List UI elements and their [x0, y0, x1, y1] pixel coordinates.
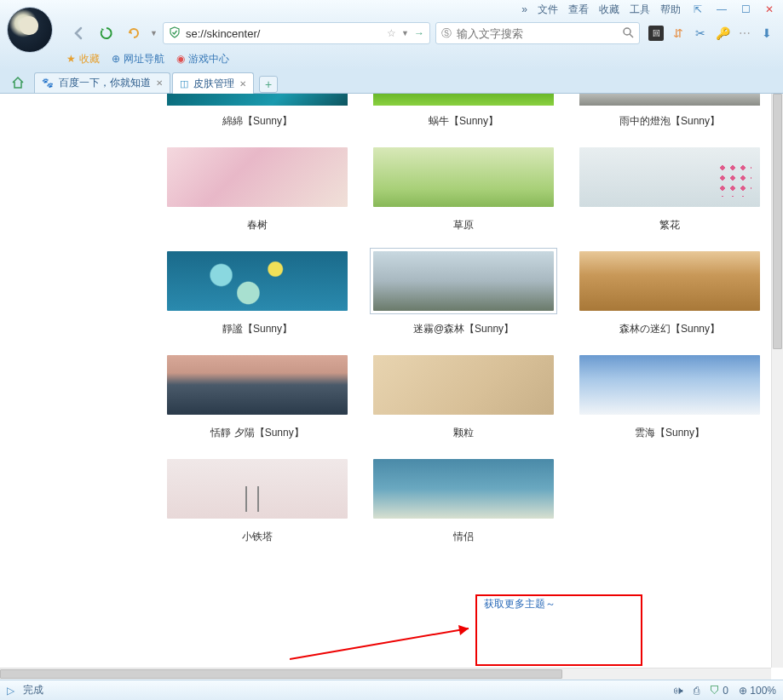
- tab-skin-manager[interactable]: ◫ 皮肤管理 ✕: [172, 72, 254, 94]
- theme-card[interactable]: 小铁塔: [167, 459, 348, 558]
- go-button[interactable]: →: [414, 27, 424, 39]
- address-dropdown-icon[interactable]: ▼: [401, 29, 409, 37]
- theme-thumbnail: [167, 355, 348, 415]
- tab-favicon-skin: ◫: [180, 78, 188, 89]
- theme-label: 綿綿【Sunny】: [167, 106, 348, 142]
- bookmark-game[interactable]: ◉ 游戏中心: [176, 52, 229, 66]
- undo-dropdown-icon[interactable]: ▼: [150, 29, 158, 37]
- vertical-scrollbar[interactable]: [771, 94, 783, 668]
- bookmark-nav[interactable]: ⊕ 网址导航: [112, 52, 164, 66]
- tab-baidu[interactable]: 🐾 百度一下，你就知道 ✕: [34, 72, 170, 93]
- annotation-highlight-box: [475, 594, 642, 666]
- scissors-icon[interactable]: ✂: [693, 26, 708, 41]
- theme-thumbnail: [167, 459, 348, 519]
- home-button[interactable]: [7, 72, 29, 93]
- theme-card[interactable]: 繁花: [579, 147, 760, 246]
- menu-view[interactable]: 查看: [568, 3, 589, 17]
- sound-icon[interactable]: 🕪: [673, 685, 683, 697]
- bookmark-favorites[interactable]: ★ 收藏: [66, 52, 100, 66]
- theme-card[interactable]: 恬靜 夕陽【Sunny】: [167, 355, 348, 454]
- close-button[interactable]: ✕: [763, 3, 776, 16]
- user-avatar[interactable]: [7, 7, 53, 53]
- address-bar[interactable]: ☆ ▼ →: [163, 22, 430, 44]
- theme-label: 小铁塔: [167, 521, 348, 558]
- back-button[interactable]: [68, 22, 90, 44]
- refresh-button[interactable]: [95, 22, 118, 44]
- tab-close-icon[interactable]: ✕: [239, 79, 246, 89]
- theme-label: 繁花: [579, 209, 760, 246]
- theme-label: 雨中的燈泡【Sunny】: [579, 106, 760, 142]
- block-count: 0: [723, 685, 728, 697]
- theme-label: 蜗牛【Sunny】: [373, 106, 554, 142]
- navigation-toolbar: ▼ ☆ ▼ → Ⓢ 回 ⇵ ✂ 🔑 ⋯ ⬇: [0, 19, 783, 48]
- page-content: 綿綿【Sunny】 蜗牛【Sunny】 雨中的燈泡【Sunny】 春树 草原 繁…: [0, 94, 783, 680]
- tab-bar: 🐾 百度一下，你就知道 ✕ ◫ 皮肤管理 ✕ +: [0, 70, 783, 94]
- theme-thumbnail: [579, 94, 760, 106]
- download-icon[interactable]: ⬇: [759, 26, 774, 41]
- menu-tools[interactable]: 工具: [630, 3, 650, 17]
- theme-thumbnail: [167, 251, 348, 311]
- theme-thumbnail: [373, 94, 554, 106]
- theme-thumbnail: [579, 147, 760, 207]
- theme-label: 恬靜 夕陽【Sunny】: [167, 417, 348, 454]
- overflow-chevron-icon[interactable]: »: [521, 3, 527, 15]
- theme-thumbnail: [579, 251, 760, 311]
- adblock-icon[interactable]: 回: [648, 26, 664, 41]
- theme-card[interactable]: 草原: [373, 147, 554, 246]
- phone-sync-icon[interactable]: ⇵: [671, 26, 686, 41]
- theme-card[interactable]: 森林の迷幻【Sunny】: [579, 251, 760, 350]
- search-button-icon[interactable]: [622, 26, 634, 41]
- bookmark-fav-label: 收藏: [79, 52, 100, 66]
- svg-marker-2: [458, 625, 469, 635]
- tab-title: 皮肤管理: [193, 77, 234, 91]
- svg-point-0: [624, 28, 630, 35]
- theme-card[interactable]: 雲海【Sunny】: [579, 355, 760, 454]
- theme-card[interactable]: 春树: [167, 147, 348, 246]
- search-input[interactable]: [457, 27, 617, 40]
- block-badge[interactable]: ⛉ 0: [710, 685, 728, 697]
- theme-label: 颗粒: [373, 417, 554, 454]
- horizontal-scrollbar[interactable]: [0, 668, 771, 680]
- play-icon[interactable]: ▷: [7, 685, 14, 697]
- theme-card[interactable]: 靜謐【Sunny】: [167, 251, 348, 350]
- menu-file[interactable]: 文件: [538, 3, 558, 17]
- compat-icon[interactable]: ⎙: [694, 685, 700, 697]
- toolbar-extensions: 回 ⇵ ✂ 🔑 ⋯ ⬇: [645, 26, 778, 41]
- search-engine-icon[interactable]: Ⓢ: [441, 26, 452, 41]
- scrollbar-thumb[interactable]: [0, 669, 562, 679]
- menu-help[interactable]: 帮助: [660, 3, 681, 17]
- undo-button[interactable]: [123, 22, 145, 44]
- title-bar: » 文件 查看 收藏 工具 帮助 ⇱ — ☐ ✕: [0, 0, 783, 19]
- theme-thumbnail: [167, 94, 348, 106]
- theme-card[interactable]: 颗粒: [373, 355, 554, 454]
- theme-card[interactable]: 綿綿【Sunny】: [167, 94, 348, 142]
- theme-thumbnail: [373, 355, 554, 415]
- theme-label: 雲海【Sunny】: [579, 417, 760, 454]
- more-icon[interactable]: ⋯: [737, 26, 752, 41]
- bookmark-star-icon[interactable]: ☆: [387, 27, 396, 39]
- menu-favorites[interactable]: 收藏: [599, 3, 619, 17]
- zoom-value: 100%: [750, 685, 776, 697]
- security-shield-icon: [169, 26, 181, 41]
- maximize-button[interactable]: ☐: [739, 3, 752, 16]
- scrollbar-thumb[interactable]: [773, 94, 782, 349]
- theme-label: 春树: [167, 209, 348, 246]
- bookmark-nav-label: 网址导航: [124, 52, 164, 66]
- theme-card[interactable]: 迷霧@森林【Sunny】: [373, 251, 554, 350]
- tab-close-icon[interactable]: ✕: [156, 78, 163, 88]
- minimize-button[interactable]: —: [715, 3, 728, 16]
- search-bar[interactable]: Ⓢ: [435, 22, 640, 44]
- theme-card[interactable]: 情侣: [373, 459, 554, 558]
- theme-thumbnail: [373, 459, 554, 519]
- tab-favicon-baidu: 🐾: [42, 77, 54, 89]
- url-input[interactable]: [186, 27, 382, 40]
- new-tab-button[interactable]: +: [259, 76, 278, 93]
- annotation-arrow: [290, 617, 486, 668]
- tab-title: 百度一下，你就知道: [59, 76, 151, 90]
- theme-thumbnail: [373, 147, 554, 207]
- zoom-control[interactable]: ⊕ 100%: [739, 685, 776, 697]
- pin-icon[interactable]: ⇱: [691, 3, 705, 16]
- theme-card[interactable]: 蜗牛【Sunny】: [373, 94, 554, 142]
- theme-card[interactable]: 雨中的燈泡【Sunny】: [579, 94, 760, 142]
- key-icon[interactable]: 🔑: [715, 26, 730, 41]
